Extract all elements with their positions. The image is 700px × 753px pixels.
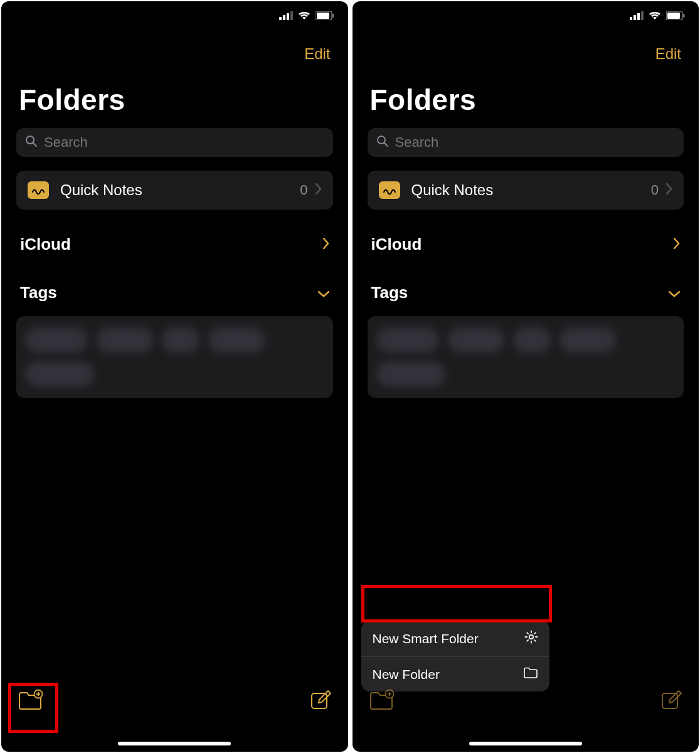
bottom-toolbar bbox=[353, 670, 699, 752]
icloud-section-header[interactable]: iCloud bbox=[1, 210, 348, 260]
search-field[interactable] bbox=[368, 128, 684, 157]
icloud-label: iCloud bbox=[20, 235, 71, 254]
new-folder-icon bbox=[369, 703, 394, 712]
svg-rect-16 bbox=[641, 11, 644, 20]
phone-left: Edit Folders Quick Notes 0 iCloud Tags bbox=[1, 1, 348, 752]
svg-rect-19 bbox=[683, 14, 685, 18]
phone-right: Edit Folders Quick Notes 0 iCloud Tags bbox=[353, 1, 699, 752]
quick-notes-row[interactable]: Quick Notes 0 bbox=[368, 171, 684, 210]
tag-pill[interactable] bbox=[25, 361, 94, 387]
tags-label: Tags bbox=[20, 283, 57, 302]
wifi-icon bbox=[298, 11, 310, 23]
quick-notes-row[interactable]: Quick Notes 0 bbox=[16, 171, 333, 210]
battery-icon bbox=[316, 11, 334, 23]
bottom-toolbar bbox=[1, 670, 348, 752]
svg-point-20 bbox=[378, 136, 385, 144]
tags-label: Tags bbox=[371, 283, 408, 302]
svg-line-8 bbox=[33, 143, 36, 146]
tag-pill[interactable] bbox=[559, 328, 616, 353]
cellular-icon bbox=[279, 11, 293, 23]
search-input[interactable] bbox=[44, 134, 324, 151]
edit-button[interactable]: Edit bbox=[304, 45, 330, 63]
icloud-label: iCloud bbox=[371, 235, 422, 254]
chevron-right-icon bbox=[674, 237, 680, 253]
tags-section-header[interactable]: Tags bbox=[1, 260, 348, 309]
search-input[interactable] bbox=[395, 134, 676, 151]
nav-header: Edit bbox=[1, 26, 348, 63]
quick-notes-label: Quick Notes bbox=[411, 181, 651, 199]
new-folder-button[interactable] bbox=[18, 689, 43, 712]
tag-pill[interactable] bbox=[25, 328, 88, 353]
quick-notes-label: Quick Notes bbox=[60, 181, 300, 199]
compose-icon bbox=[660, 703, 682, 713]
page-title: Folders bbox=[353, 63, 699, 128]
quick-notes-icon bbox=[28, 181, 49, 199]
nav-header: Edit bbox=[353, 26, 699, 63]
svg-rect-6 bbox=[332, 14, 334, 18]
quick-notes-count: 0 bbox=[651, 182, 659, 198]
svg-line-21 bbox=[384, 143, 388, 146]
chevron-down-icon bbox=[318, 285, 329, 301]
tags-section-header[interactable]: Tags bbox=[353, 260, 699, 309]
svg-rect-13 bbox=[630, 17, 632, 20]
svg-rect-1 bbox=[283, 15, 285, 20]
quick-notes-count: 0 bbox=[300, 182, 307, 198]
quick-notes-icon bbox=[379, 181, 400, 199]
search-field[interactable] bbox=[16, 128, 333, 157]
tag-pill[interactable] bbox=[97, 328, 153, 353]
chevron-down-icon bbox=[669, 285, 680, 301]
battery-icon bbox=[666, 11, 685, 23]
annotation-highlight bbox=[361, 585, 552, 622]
home-indicator[interactable] bbox=[118, 742, 231, 745]
compose-icon bbox=[309, 703, 332, 713]
new-folder-icon bbox=[18, 703, 43, 712]
cellular-icon bbox=[630, 11, 644, 23]
svg-rect-2 bbox=[287, 13, 289, 20]
tags-container bbox=[16, 316, 333, 398]
svg-rect-15 bbox=[637, 13, 640, 20]
svg-point-22 bbox=[529, 635, 533, 639]
search-icon bbox=[25, 135, 38, 150]
new-folder-button[interactable] bbox=[369, 689, 394, 712]
svg-rect-14 bbox=[634, 15, 636, 20]
search-icon bbox=[376, 135, 389, 150]
tag-pill[interactable] bbox=[376, 361, 445, 387]
chevron-right-icon bbox=[666, 183, 672, 197]
edit-button[interactable]: Edit bbox=[655, 45, 681, 63]
gear-icon bbox=[524, 630, 538, 647]
tags-container bbox=[368, 316, 684, 398]
svg-rect-0 bbox=[279, 17, 282, 20]
chevron-right-icon bbox=[316, 183, 322, 197]
tag-pill[interactable] bbox=[162, 328, 199, 353]
svg-rect-3 bbox=[290, 11, 293, 20]
tag-pill[interactable] bbox=[513, 328, 551, 353]
tag-pill[interactable] bbox=[376, 328, 439, 353]
icloud-section-header[interactable]: iCloud bbox=[353, 210, 699, 260]
tag-pill[interactable] bbox=[208, 328, 265, 353]
wifi-icon bbox=[649, 11, 661, 23]
tag-pill[interactable] bbox=[448, 328, 504, 353]
page-title: Folders bbox=[1, 63, 348, 128]
svg-point-7 bbox=[26, 136, 34, 144]
compose-button[interactable] bbox=[309, 688, 332, 713]
status-bar bbox=[1, 1, 348, 26]
home-indicator[interactable] bbox=[469, 742, 582, 745]
status-bar bbox=[353, 1, 699, 26]
menu-item-label: New Smart Folder bbox=[373, 631, 479, 646]
compose-button[interactable] bbox=[660, 688, 682, 713]
svg-rect-5 bbox=[317, 13, 329, 19]
menu-item-new-smart-folder[interactable]: New Smart Folder bbox=[361, 621, 549, 656]
svg-rect-18 bbox=[667, 13, 680, 19]
chevron-right-icon bbox=[323, 237, 329, 253]
